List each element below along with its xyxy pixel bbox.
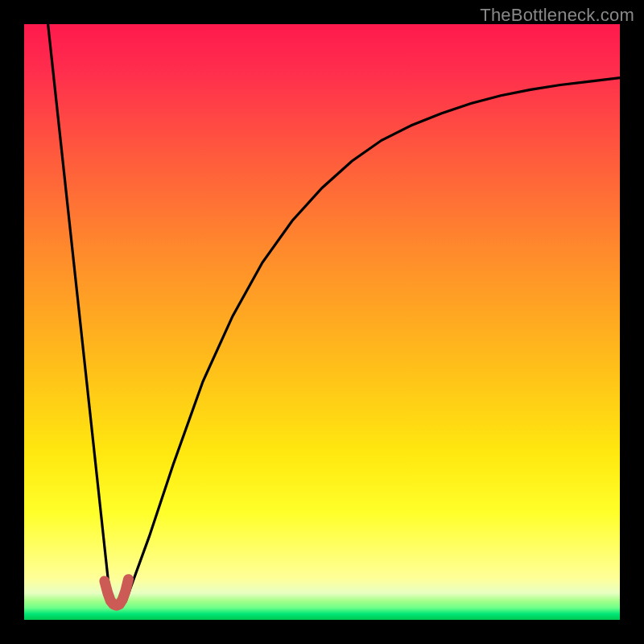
right-rising-curve (126, 78, 620, 602)
plot-area (24, 24, 620, 620)
left-falling-line (48, 24, 111, 602)
chart-svg (24, 24, 620, 620)
chart-frame: TheBottleneck.com (0, 0, 644, 644)
bottom-marker (105, 580, 129, 606)
watermark-text: TheBottleneck.com (480, 5, 634, 26)
